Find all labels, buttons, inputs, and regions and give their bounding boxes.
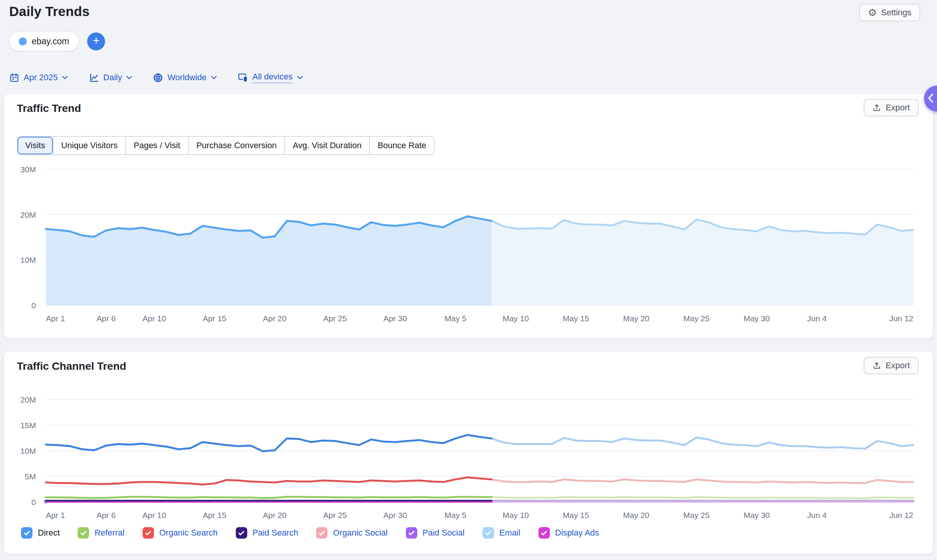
checkbox-paid-social[interactable] (406, 527, 417, 539)
gear-icon: ⚙ (868, 8, 877, 18)
granularity-label: Daily (103, 73, 122, 83)
svg-text:Apr 25: Apr 25 (323, 511, 347, 520)
svg-text:Jun 4: Jun 4 (807, 314, 827, 323)
svg-text:Apr 20: Apr 20 (263, 314, 287, 323)
traffic-trend-chart[interactable]: 010M20M30MApr 1Apr 6Apr 10Apr 15Apr 20Ap… (4, 94, 933, 338)
legend-label-direct: Direct (38, 528, 60, 538)
svg-text:May 25: May 25 (683, 511, 710, 520)
legend-label-organic-search: Organic Search (159, 528, 218, 538)
legend-item-paid-search[interactable]: Paid Search (236, 527, 298, 539)
svg-text:Apr 25: Apr 25 (323, 314, 347, 323)
legend-item-email[interactable]: Email (483, 527, 520, 539)
svg-text:Apr 6: Apr 6 (97, 511, 116, 520)
page-title: Daily Trends (9, 4, 90, 19)
svg-text:May 30: May 30 (744, 511, 770, 520)
settings-button-label: Settings (881, 8, 912, 18)
legend-label-paid-social: Paid Social (423, 528, 465, 538)
svg-text:10M: 10M (20, 256, 36, 264)
line-chart-icon (89, 73, 99, 83)
legend-item-organic-search[interactable]: Organic Search (143, 527, 218, 539)
date-range-filter[interactable]: Apr 2025 (9, 73, 68, 83)
chevron-down-icon (297, 76, 303, 79)
svg-text:May 10: May 10 (503, 511, 529, 520)
checkbox-referral[interactable] (78, 527, 89, 539)
svg-text:Apr 15: Apr 15 (203, 511, 226, 520)
svg-text:May 5: May 5 (444, 314, 466, 323)
chevron-down-icon (126, 76, 132, 79)
legend-label-organic-social: Organic Social (333, 528, 387, 538)
traffic-channel-trend-card: Traffic Channel Trend Export 05M10M15M20… (4, 351, 933, 554)
svg-text:Apr 10: Apr 10 (143, 511, 166, 520)
svg-text:10M: 10M (20, 447, 36, 455)
svg-text:20M: 20M (20, 395, 36, 404)
legend-item-direct[interactable]: Direct (21, 527, 60, 539)
svg-text:Jun 4: Jun 4 (807, 511, 827, 520)
svg-text:May 15: May 15 (563, 314, 589, 323)
legend-item-organic-social[interactable]: Organic Social (316, 527, 387, 539)
svg-text:May 10: May 10 (503, 314, 529, 323)
svg-text:20M: 20M (20, 210, 36, 219)
filter-row: Apr 2025 Daily Worldwide All devices (9, 72, 303, 83)
svg-text:Apr 30: Apr 30 (383, 511, 407, 520)
svg-text:Apr 1: Apr 1 (46, 314, 65, 323)
svg-text:Apr 20: Apr 20 (263, 511, 287, 520)
legend-item-referral[interactable]: Referral (78, 527, 124, 539)
chevron-down-icon (211, 76, 217, 79)
svg-text:Jun 12: Jun 12 (889, 511, 913, 520)
traffic-trend-card: Traffic Trend Export VisitsUnique Visito… (4, 94, 933, 338)
svg-text:May 20: May 20 (623, 511, 649, 520)
devices-icon (238, 72, 248, 83)
globe-icon (153, 73, 163, 83)
granularity-filter[interactable]: Daily (89, 73, 132, 83)
svg-text:Apr 30: Apr 30 (383, 314, 407, 323)
legend-label-display-ads: Display Ads (555, 528, 599, 538)
svg-text:30M: 30M (20, 165, 36, 174)
region-label: Worldwide (167, 73, 206, 83)
date-range-label: Apr 2025 (24, 73, 58, 83)
channel-legend: DirectReferralOrganic SearchPaid SearchO… (21, 527, 599, 539)
domain-pill-row: ebay.com + (9, 31, 105, 51)
checkbox-organic-social[interactable] (316, 527, 327, 539)
add-domain-button[interactable]: + (87, 32, 105, 50)
checkbox-email[interactable] (483, 527, 494, 539)
svg-text:0: 0 (31, 301, 36, 310)
domain-pill-label: ebay.com (32, 36, 69, 47)
svg-text:May 30: May 30 (744, 314, 770, 323)
svg-text:Apr 15: Apr 15 (203, 314, 226, 323)
checkbox-paid-search[interactable] (236, 527, 247, 539)
svg-text:Apr 1: Apr 1 (46, 511, 65, 520)
checkbox-display-ads[interactable] (538, 527, 550, 539)
chevron-left-icon (927, 93, 934, 103)
svg-text:15M: 15M (20, 421, 36, 430)
devices-filter[interactable]: All devices (238, 72, 303, 83)
svg-text:May 25: May 25 (683, 314, 710, 323)
svg-text:0: 0 (31, 498, 36, 507)
svg-text:5M: 5M (25, 472, 36, 481)
domain-color-dot (19, 37, 27, 45)
region-filter[interactable]: Worldwide (153, 73, 217, 83)
svg-text:May 20: May 20 (623, 314, 649, 323)
legend-item-display-ads[interactable]: Display Ads (538, 527, 599, 539)
domain-pill-ebay[interactable]: ebay.com (9, 31, 79, 51)
checkbox-organic-search[interactable] (143, 527, 154, 539)
svg-text:May 5: May 5 (444, 511, 466, 520)
calendar-icon (9, 73, 19, 83)
legend-label-paid-search: Paid Search (253, 528, 298, 538)
svg-text:Jun 12: Jun 12 (889, 314, 913, 323)
svg-text:Apr 6: Apr 6 (97, 314, 116, 323)
traffic-channel-trend-chart[interactable]: 05M10M15M20MApr 1Apr 6Apr 10Apr 15Apr 20… (4, 351, 933, 554)
legend-item-paid-social[interactable]: Paid Social (406, 527, 465, 539)
checkbox-direct[interactable] (21, 527, 32, 539)
devices-label: All devices (253, 72, 293, 83)
settings-button[interactable]: ⚙ Settings (859, 4, 920, 21)
svg-text:Apr 10: Apr 10 (143, 314, 166, 323)
chevron-down-icon (62, 76, 68, 79)
legend-label-email: Email (499, 528, 520, 538)
legend-label-referral: Referral (94, 528, 124, 538)
svg-text:May 15: May 15 (563, 511, 589, 520)
